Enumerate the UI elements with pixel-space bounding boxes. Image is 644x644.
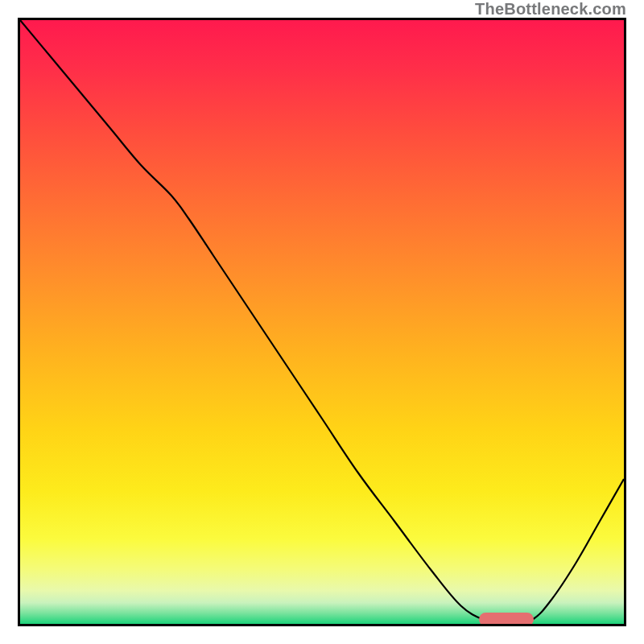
flat-minimum-marker bbox=[479, 613, 534, 626]
chart-container: TheBottleneck.com bbox=[0, 0, 644, 644]
watermark-text: TheBottleneck.com bbox=[475, 0, 626, 19]
plot-area bbox=[18, 18, 626, 626]
bottleneck-curve bbox=[20, 20, 624, 624]
